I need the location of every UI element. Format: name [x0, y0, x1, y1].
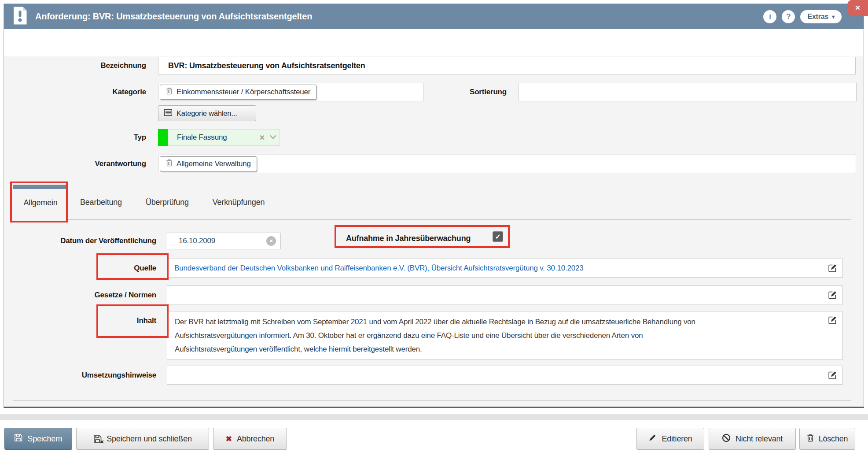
save-and-close-button[interactable]: ✕ Speichern und schließen: [76, 428, 209, 450]
quelle-link[interactable]: Bundesverband der Deutschen Volksbanken …: [174, 264, 828, 273]
file-exclamation-icon: [13, 6, 27, 27]
inhalt-text-line: Aufsichtsratsvergütungen veröffentlicht,…: [175, 342, 822, 356]
dialog-header: Anforderung: BVR: Umsatzbesteuerung von …: [4, 4, 864, 29]
verantwortung-field[interactable]: Allgemeine Verwaltung: [158, 155, 856, 173]
quelle-field[interactable]: Bundesverband der Deutschen Volksbanken …: [167, 259, 843, 278]
kategorie-chip[interactable]: Einkommenssteuer / Körperschaftssteuer: [160, 85, 316, 100]
inhalt-label: Inhalt: [13, 311, 156, 330]
tab-verknuepfungen[interactable]: Verknüpfungen: [201, 185, 277, 220]
pencil-icon: [648, 433, 657, 444]
gesetze-label: Gesetze / Normen: [13, 285, 156, 304]
sortierung-label: Sortierung: [419, 83, 507, 101]
delete-button[interactable]: Löschen: [799, 428, 855, 450]
kategorie-waehlen-label: Kategorie wählen...: [177, 109, 237, 118]
quelle-label: Quelle: [13, 259, 156, 278]
verantwortung-chip-label: Allgemeine Verwaltung: [177, 159, 251, 168]
datum-input[interactable]: 16.10.2009 ✕: [167, 233, 281, 249]
typ-clear-icon[interactable]: ✕: [255, 133, 269, 142]
typ-value: Finale Fassung: [177, 133, 255, 142]
datum-value: 16.10.2009: [179, 237, 266, 245]
save-button[interactable]: Speichern: [4, 428, 72, 450]
kategorie-chip-label: Einkommenssteuer / Körperschaftssteuer: [177, 88, 310, 96]
jahresueberwachung-label: Aufnahme in Jahresüberwachung: [346, 234, 471, 243]
list-icon: [164, 109, 172, 118]
chevron-down-icon[interactable]: [269, 133, 277, 142]
kategorie-field[interactable]: Einkommenssteuer / Körperschaftssteuer: [158, 83, 423, 101]
umsetzungshinweise-field[interactable]: [167, 366, 843, 385]
save-close-icon: ✕: [93, 435, 102, 443]
save-icon: [14, 433, 22, 444]
extras-label: Extras: [807, 13, 828, 21]
info-button[interactable]: i: [763, 10, 776, 23]
dialog-window: Anforderung: BVR: Umsatzbesteuerung von …: [4, 4, 864, 408]
edit-button[interactable]: Editieren: [636, 428, 704, 450]
help-button[interactable]: ?: [782, 10, 795, 23]
trash-icon: [166, 159, 173, 169]
dialog-title: Anforderung: BVR: Umsatzbesteuerung von …: [35, 11, 755, 22]
tab-ueberpruefung[interactable]: Überprüfung: [134, 185, 201, 220]
clear-date-icon[interactable]: ✕: [266, 236, 276, 246]
tab-panel-allgemein: Datum der Veröffentlichung 16.10.2009 ✕ …: [13, 219, 851, 401]
trash-icon: [166, 87, 173, 97]
page: Anforderung: BVR: Umsatzbesteuerung von …: [0, 0, 868, 452]
tab-bar: Allgemein Bearbeitung Überprüfung Verknü…: [13, 185, 276, 220]
close-button[interactable]: ✕: [847, 0, 868, 16]
umsetzungshinweise-label: Umsetzungshinweise: [13, 366, 156, 385]
trash-icon: [807, 434, 814, 444]
toolbar-strip: [4, 29, 863, 56]
active-tab-indicator: [13, 185, 68, 189]
typ-select[interactable]: Finale Fassung ✕: [168, 129, 280, 146]
jahresueberwachung-checkbox[interactable]: ✓: [493, 231, 503, 242]
cancel-button[interactable]: ✖ Abbrechen: [213, 428, 287, 450]
chevron-down-icon: ▾: [832, 14, 835, 20]
typ-color-swatch: [158, 129, 168, 146]
edit-icon[interactable]: [828, 370, 837, 380]
gesetze-field[interactable]: [167, 285, 843, 304]
bezeichnung-input[interactable]: BVR: Umsatzbesteuerung von Aufsichtsrats…: [158, 57, 856, 74]
bezeichnung-label: Bezeichnung: [4, 57, 146, 74]
kategorie-waehlen-button[interactable]: Kategorie wählen...: [158, 105, 256, 121]
verantwortung-chip[interactable]: Allgemeine Verwaltung: [160, 156, 257, 171]
tab-bearbeitung[interactable]: Bearbeitung: [68, 185, 134, 220]
footer-divider: [0, 414, 868, 420]
header-actions: i ? Extras ▾: [763, 10, 842, 23]
edit-icon[interactable]: [828, 290, 837, 300]
cancel-x-icon: ✖: [226, 434, 232, 444]
extras-button[interactable]: Extras ▾: [800, 10, 842, 23]
kategorie-label: Kategorie: [4, 83, 146, 101]
verantwortung-label: Verantwortung: [4, 155, 146, 173]
datum-label: Datum der Veröffentlichung: [13, 233, 156, 249]
sortierung-input[interactable]: [518, 83, 857, 101]
close-icon: ✕: [855, 4, 860, 12]
inhalt-text-line: Der BVR hat letztmalig mit Schreiben vom…: [175, 315, 822, 329]
edit-icon[interactable]: [828, 315, 837, 325]
not-relevant-button[interactable]: Nicht relevant: [709, 428, 796, 450]
inhalt-text-line: Aufsichtsratsvergütungen informiert. Am …: [175, 329, 822, 342]
edit-icon[interactable]: [828, 263, 837, 273]
check-icon: ✓: [495, 233, 500, 241]
typ-label: Typ: [4, 129, 146, 146]
tab-allgemein[interactable]: Allgemein: [13, 185, 68, 220]
inhalt-field[interactable]: Der BVR hat letztmalig mit Schreiben vom…: [167, 311, 843, 359]
ban-icon: [722, 433, 731, 445]
